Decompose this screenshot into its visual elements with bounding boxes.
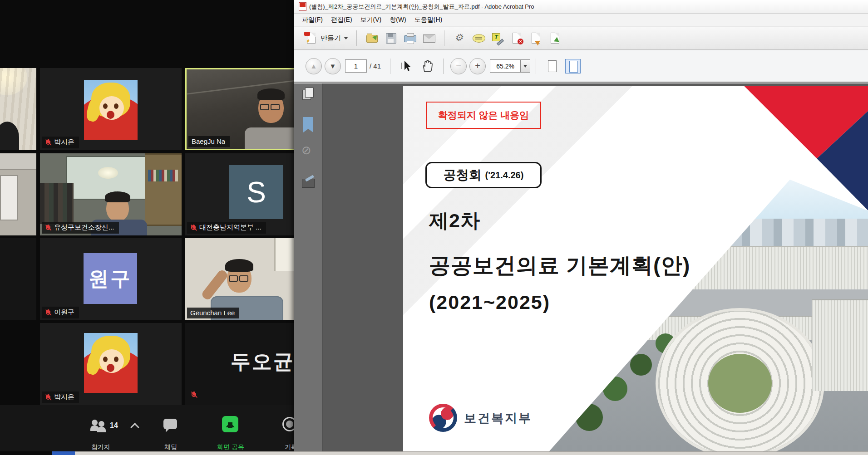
- delete-pages-icon[interactable]: ×: [510, 32, 523, 44]
- menu-help[interactable]: 도움말(H): [410, 15, 446, 25]
- muted-mic-icon: [45, 224, 51, 231]
- titlebar[interactable]: (별첨)_제2차_공공보건의료_기본계획(안)_공청회_발표_자료.pdf - …: [294, 0, 868, 14]
- video-tile-geunchan-lee[interactable]: Geunchan Lee: [185, 238, 297, 320]
- highlight-text-icon[interactable]: T: [491, 32, 504, 44]
- save-icon[interactable]: [384, 32, 398, 44]
- video-tile-duogyun[interactable]: 두오균: [185, 323, 297, 405]
- navigation-pane-sidebar: ⊘: [294, 83, 323, 451]
- dropdown-caret-icon: [344, 37, 348, 42]
- send-file-icon[interactable]: [548, 32, 562, 44]
- text-avatar: 원구: [84, 253, 137, 304]
- video-tile-daejeon[interactable]: S 대전충남지역본부 ...: [185, 153, 297, 235]
- photo-trees: [553, 340, 571, 451]
- glasses: [229, 275, 248, 280]
- zoom-meeting-window: 박지은 BaegJu Na 유성구보건소장신...: [0, 0, 297, 455]
- toolbar-separator: [443, 59, 444, 74]
- zoom-in-button[interactable]: +: [469, 58, 486, 74]
- participant-label: BaegJu Na: [188, 136, 230, 147]
- person-shoulders: [245, 127, 297, 150]
- screen: 박지은 BaegJu Na 유성구보건소장신...: [0, 0, 868, 455]
- window-title: (별첨)_제2차_공공보건의료_기본계획(안)_공청회_발표_자료.pdf - …: [309, 3, 534, 11]
- slide-title-line3: (2021~2025): [429, 291, 550, 313]
- ministry-name: 보건복지부: [464, 410, 532, 426]
- menu-window[interactable]: 창(W): [385, 15, 410, 25]
- hand-tool-icon[interactable]: [419, 59, 435, 73]
- glasses: [260, 104, 280, 108]
- clothes-rack: [40, 183, 74, 224]
- participants-label: 참가자: [91, 443, 110, 451]
- bookshelf: [145, 153, 182, 226]
- chevron-up-icon[interactable]: [130, 423, 139, 432]
- participant-label: Geunchan Lee: [187, 308, 239, 318]
- acrobat-window: (별첨)_제2차_공공보건의료_기본계획(안)_공청회_발표_자료.pdf - …: [294, 0, 868, 455]
- person-hair: [105, 191, 130, 202]
- taskbar-sliver[interactable]: [52, 451, 75, 455]
- books: [148, 170, 178, 181]
- settings-gear-icon[interactable]: ⚙: [453, 32, 466, 44]
- comment-icon[interactable]: [472, 32, 485, 44]
- toolbar-separator: [356, 30, 357, 46]
- video-tile-leewongu[interactable]: 원구 이원구: [40, 238, 182, 320]
- open-file-icon[interactable]: [365, 32, 379, 44]
- page-number-input[interactable]: 1: [345, 59, 367, 73]
- scrolling-mode-icon[interactable]: [544, 59, 560, 73]
- toolbar-separator: [536, 59, 536, 74]
- video-tile-parkjieun-1[interactable]: 박지은: [40, 68, 182, 150]
- navigation-toolbar: ▲ ▼ 1 / 41 − + 65.2%: [294, 50, 868, 83]
- participant-label: 박지은: [42, 391, 79, 403]
- horizontal-scrollbar[interactable]: [75, 451, 868, 455]
- email-icon[interactable]: [422, 32, 436, 44]
- document-area: ⊘: [294, 83, 868, 451]
- pdf-page[interactable]: 확정되지 않은 내용임 공청회 ('21.4.26) 제2차 공공보건의료 기본…: [403, 86, 868, 451]
- menu-view[interactable]: 보기(V): [356, 15, 386, 25]
- previous-page-button[interactable]: ▲: [306, 58, 322, 74]
- person-hair: [225, 259, 253, 272]
- attachments-paperclip-icon[interactable]: ⊘: [301, 143, 316, 158]
- photo-right-buildings: [812, 299, 868, 391]
- lamp: [98, 167, 118, 179]
- zoom-level-input[interactable]: 65.2%: [490, 59, 521, 73]
- tree-3: [630, 354, 652, 376]
- muted-mic-icon: [45, 394, 51, 401]
- menu-edit[interactable]: 편집(E): [327, 15, 356, 25]
- video-tile-partial-room[interactable]: [0, 153, 36, 235]
- muted-mic-icon: [45, 139, 51, 146]
- notice-text: 확정되지 않은 내용임: [438, 109, 529, 122]
- video-tile-partial-curtain[interactable]: [0, 68, 36, 150]
- pdf-file-icon: [299, 2, 306, 11]
- share-screen-label: 화면 공유: [217, 443, 244, 451]
- chat-icon: [163, 419, 177, 429]
- export-pdf-icon[interactable]: [529, 32, 542, 44]
- menubar: 파일(F) 편집(E) 보기(V) 창(W) 도움말(H): [294, 14, 868, 26]
- person-hair: [257, 88, 285, 100]
- participant-name-large: 두오균: [231, 348, 295, 375]
- zoom-out-button[interactable]: −: [450, 58, 467, 74]
- anime-avatar: [84, 80, 138, 140]
- menu-file[interactable]: 파일(F): [298, 15, 327, 25]
- zoom-dropdown-button[interactable]: [521, 59, 530, 73]
- fit-page-icon[interactable]: [565, 59, 581, 73]
- page-count-label: / 41: [370, 62, 381, 70]
- next-page-button[interactable]: ▼: [325, 58, 341, 74]
- signatures-icon[interactable]: [301, 176, 316, 191]
- participant-label: 유성구보건소장신...: [42, 222, 119, 234]
- video-tile-partial-dark[interactable]: [0, 238, 36, 320]
- round-building-court: [708, 354, 772, 413]
- participants-icon: [91, 420, 109, 432]
- participant-label: 박지은: [42, 137, 79, 148]
- create-pdf-icon: ✦: [304, 32, 318, 44]
- video-tile-yuseonggu[interactable]: 유성구보건소장신...: [40, 153, 182, 235]
- bookmarks-icon[interactable]: [303, 117, 318, 132]
- event-date: ('21.4.26): [485, 170, 524, 181]
- print-icon[interactable]: [403, 32, 417, 44]
- zoom-toolbar: 14 참가자 채팅 화면 공유 기록: [0, 405, 297, 451]
- video-tile-baegju-na[interactable]: BaegJu Na: [185, 68, 297, 150]
- event-box: 공청회 ('21.4.26): [425, 162, 542, 188]
- share-screen-icon: [222, 416, 238, 432]
- create-pdf-button[interactable]: ✦ 만들기: [301, 30, 351, 46]
- participant-label: 대전충남지역본부 ...: [187, 222, 266, 234]
- video-tile-parkjieun-2[interactable]: 박지은: [40, 323, 182, 405]
- page-thumbnails-icon[interactable]: [301, 87, 316, 102]
- main-toolbar: ✦ 만들기 ⚙ T ×: [294, 27, 868, 50]
- select-tool-icon[interactable]: [399, 59, 414, 73]
